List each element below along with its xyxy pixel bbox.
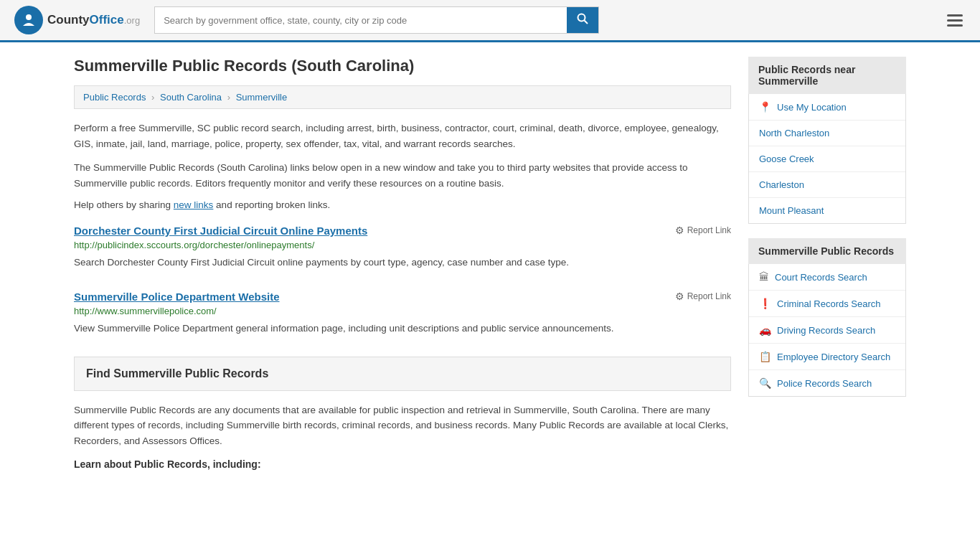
- help-text-after: and reporting broken links.: [213, 199, 330, 210]
- report-label-0: Report Link: [687, 225, 731, 235]
- report-label-1: Report Link: [687, 291, 731, 301]
- record-url-0: http://publicindex.sccourts.org/dorchest…: [74, 240, 731, 250]
- court-records-link[interactable]: Court Records Search: [775, 272, 867, 283]
- find-body-text: Summerville Public Records are any docum…: [74, 402, 731, 449]
- record-title-0[interactable]: Dorchester County First Judicial Circuit…: [74, 225, 367, 237]
- sidebar-record-0[interactable]: 🏛 Court Records Search: [749, 264, 905, 291]
- sidebar-city-1[interactable]: Goose Creek: [749, 146, 905, 172]
- police-records-link[interactable]: Police Records Search: [777, 378, 872, 389]
- menu-line-1: [947, 14, 963, 17]
- sidebar-city-0[interactable]: North Charleston: [749, 121, 905, 146]
- menu-line-2: [947, 19, 963, 22]
- svg-line-3: [585, 21, 588, 24]
- report-icon-0: ⚙: [675, 225, 684, 236]
- sidebar-record-2[interactable]: 🚗 Driving Records Search: [749, 317, 905, 344]
- logo-text: CountyOffice.org: [47, 13, 140, 27]
- criminal-icon: ❗: [759, 298, 771, 309]
- sidebar-city-3[interactable]: Mount Pleasant: [749, 198, 905, 223]
- court-icon: 🏛: [759, 271, 769, 283]
- record-url-1: http://www.summervillepolice.com/: [74, 306, 731, 316]
- record-title-row-1: Summerville Police Department Website ⚙ …: [74, 291, 731, 303]
- city-link-0[interactable]: North Charleston: [759, 128, 829, 138]
- sidebar-records-header: Summerville Public Records: [748, 238, 906, 264]
- city-link-3[interactable]: Mount Pleasant: [759, 205, 824, 216]
- main-container: Summerville Public Records (South Caroli…: [60, 42, 920, 484]
- find-section: Find Summerville Public Records: [74, 357, 731, 391]
- record-entry-1: Summerville Police Department Website ⚙ …: [74, 291, 731, 336]
- sidebar-nearby-section: Public Records near Summerville 📍 Use My…: [748, 57, 906, 224]
- help-text: Help others by sharing new links and rep…: [74, 199, 731, 210]
- breadcrumb-sep-1: ›: [151, 92, 154, 103]
- new-links-link[interactable]: new links: [174, 199, 214, 210]
- hamburger-menu-button[interactable]: [944, 11, 966, 29]
- find-title: Find Summerville Public Records: [86, 367, 719, 380]
- police-icon: 🔍: [759, 377, 771, 389]
- record-desc-0: Search Dorchester County First Judicial …: [74, 255, 731, 270]
- sidebar: Public Records near Summerville 📍 Use My…: [748, 57, 906, 470]
- record-title-row-0: Dorchester County First Judicial Circuit…: [74, 225, 731, 237]
- city-link-2[interactable]: Charleston: [759, 179, 804, 190]
- use-my-location-link[interactable]: Use My Location: [777, 102, 847, 113]
- sidebar-records-list: 🏛 Court Records Search ❗ Criminal Record…: [748, 264, 906, 397]
- use-my-location-item[interactable]: 📍 Use My Location: [749, 94, 905, 121]
- employee-icon: 📋: [759, 351, 771, 362]
- search-button[interactable]: [567, 7, 598, 33]
- content-area: Summerville Public Records (South Caroli…: [74, 57, 731, 470]
- svg-point-2: [578, 14, 585, 22]
- location-pin-icon: 📍: [759, 101, 771, 113]
- record-title-1[interactable]: Summerville Police Department Website: [74, 291, 280, 303]
- driving-icon: 🚗: [759, 324, 771, 336]
- city-link-1[interactable]: Goose Creek: [759, 154, 814, 164]
- search-input[interactable]: [155, 7, 567, 33]
- logo-icon: [14, 6, 43, 34]
- sidebar-record-3[interactable]: 📋 Employee Directory Search: [749, 344, 905, 370]
- breadcrumb: Public Records › South Carolina › Summer…: [74, 85, 731, 109]
- sidebar-record-4[interactable]: 🔍 Police Records Search: [749, 370, 905, 396]
- report-link-0[interactable]: ⚙ Report Link: [675, 225, 731, 236]
- record-desc-1: View Summerville Police Department gener…: [74, 321, 731, 336]
- report-icon-1: ⚙: [675, 291, 684, 302]
- sidebar-record-1[interactable]: ❗ Criminal Records Search: [749, 291, 905, 317]
- sidebar-nearby-list: 📍 Use My Location North Charleston Goose…: [748, 94, 906, 224]
- breadcrumb-public-records[interactable]: Public Records: [83, 92, 146, 103]
- sidebar-records-section: Summerville Public Records 🏛 Court Recor…: [748, 238, 906, 397]
- driving-records-link[interactable]: Driving Records Search: [777, 325, 875, 336]
- criminal-records-link[interactable]: Criminal Records Search: [777, 298, 881, 309]
- breadcrumb-sep-2: ›: [227, 92, 230, 103]
- page-title: Summerville Public Records (South Caroli…: [74, 57, 731, 75]
- logo-area: CountyOffice.org: [14, 6, 140, 34]
- employee-directory-link[interactable]: Employee Directory Search: [777, 352, 890, 362]
- help-text-before: Help others by sharing: [74, 199, 174, 210]
- description-1: Perform a free Summerville, SC public re…: [74, 121, 731, 151]
- record-entry-0: Dorchester County First Judicial Circuit…: [74, 225, 731, 270]
- search-bar: [154, 6, 599, 34]
- breadcrumb-south-carolina[interactable]: South Carolina: [160, 92, 222, 103]
- report-link-1[interactable]: ⚙ Report Link: [675, 291, 731, 302]
- header: CountyOffice.org: [0, 0, 980, 42]
- menu-line-3: [947, 24, 963, 27]
- breadcrumb-summerville[interactable]: Summerville: [236, 92, 288, 103]
- svg-point-1: [26, 14, 32, 20]
- learn-title: Learn about Public Records, including:: [74, 458, 731, 470]
- sidebar-city-2[interactable]: Charleston: [749, 172, 905, 198]
- description-2: The Summerville Public Records (South Ca…: [74, 160, 731, 191]
- sidebar-nearby-header: Public Records near Summerville: [748, 57, 906, 94]
